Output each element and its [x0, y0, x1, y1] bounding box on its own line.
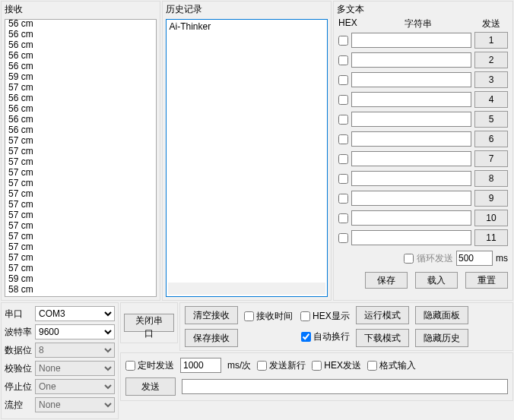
- run-mode-button[interactable]: 运行模式: [356, 306, 409, 324]
- clear-receive-button[interactable]: 清空接收: [185, 306, 238, 324]
- timed-send-checkbox[interactable]: [125, 361, 135, 371]
- hex-send-checkbox[interactable]: [312, 361, 322, 371]
- multitext-send-button[interactable]: 3: [474, 71, 508, 88]
- multitext-send-button[interactable]: 10: [474, 210, 508, 226]
- multitext-input[interactable]: [351, 92, 471, 107]
- send-newline-checkbox[interactable]: [257, 361, 267, 371]
- hex-send-label: HEX发送: [324, 359, 361, 372]
- multitext-hex-checkbox[interactable]: [338, 36, 348, 46]
- col-send: 发送: [474, 17, 508, 30]
- receive-line: 56 cm: [8, 103, 153, 114]
- hide-history-button[interactable]: 隐藏历史: [415, 329, 468, 347]
- baud-select[interactable]: 9600: [35, 324, 115, 339]
- multitext-hex-checkbox[interactable]: [338, 233, 348, 243]
- multitext-hex-checkbox[interactable]: [338, 134, 348, 144]
- receive-line: 57 cm: [8, 242, 153, 252]
- flow-label: 流控: [5, 399, 35, 412]
- multitext-send-button[interactable]: 4: [474, 91, 508, 108]
- receive-line: 57 cm: [8, 210, 153, 220]
- recv-time-checkbox[interactable]: [244, 311, 254, 321]
- multitext-input[interactable]: [351, 191, 471, 206]
- multitext-input[interactable]: [351, 72, 471, 87]
- multitext-send-button[interactable]: 8: [474, 170, 508, 187]
- loop-send-checkbox[interactable]: [404, 254, 414, 264]
- receive-line: 57 cm: [8, 135, 153, 146]
- recv-time-label: 接收时间: [256, 310, 293, 323]
- parity-select[interactable]: None: [35, 361, 115, 376]
- multitext-row: 10: [334, 208, 512, 228]
- multitext-input[interactable]: [351, 112, 471, 127]
- multitext-input[interactable]: [351, 210, 471, 226]
- receive-textarea[interactable]: 56 cm56 cm56 cm56 cm56 cm59 cm57 cm56 cm…: [5, 19, 157, 297]
- hide-panel-button[interactable]: 隐藏面板: [415, 306, 468, 324]
- multitext-send-button[interactable]: 2: [474, 52, 508, 68]
- save-receive-button[interactable]: 保存接收: [185, 329, 238, 347]
- multitext-row: 4: [334, 90, 512, 109]
- send-input[interactable]: [182, 379, 508, 394]
- multitext-input[interactable]: [351, 33, 471, 48]
- multitext-send-button[interactable]: 11: [474, 229, 508, 246]
- multitext-input[interactable]: [351, 52, 471, 68]
- parity-label: 校验位: [5, 362, 35, 375]
- receive-line: 57 cm: [8, 156, 153, 167]
- multi-load-button[interactable]: 载入: [415, 272, 458, 289]
- format-input-checkbox[interactable]: [367, 361, 377, 371]
- databits-select[interactable]: 8: [35, 343, 115, 358]
- port-select[interactable]: COM3: [35, 306, 115, 321]
- receive-line: 56 cm: [8, 93, 153, 103]
- receive-line: 56 cm: [8, 19, 153, 29]
- multitext-row: 1: [334, 30, 512, 50]
- stopbits-select[interactable]: One: [35, 379, 115, 394]
- timed-interval-input[interactable]: [180, 358, 221, 373]
- multitext-hex-checkbox[interactable]: [338, 154, 348, 164]
- multitext-send-button[interactable]: 7: [474, 150, 508, 167]
- multitext-input[interactable]: [351, 151, 471, 166]
- receive-line: 58 cm: [8, 284, 153, 295]
- receive-line: 57 cm: [8, 167, 153, 178]
- multitext-send-button[interactable]: 1: [474, 32, 508, 49]
- multitext-hex-checkbox[interactable]: [338, 95, 348, 105]
- send-panel: 定时发送 ms/次 发送新行 HEX发送 格式输入 发送: [120, 352, 513, 401]
- multitext-input[interactable]: [351, 131, 471, 147]
- history-textarea[interactable]: Ai-Thinker: [166, 19, 328, 297]
- history-line: Ai-Thinker: [170, 21, 324, 32]
- receive-line: 57 cm: [8, 82, 153, 93]
- auto-wrap-checkbox[interactable]: [301, 332, 311, 342]
- multitext-send-button[interactable]: 5: [474, 111, 508, 128]
- history-title: 历史记录: [163, 2, 331, 17]
- multitext-panel: 多文本 HEX 字符串 发送 1234567891011 循环发送 ms 保存 …: [333, 1, 513, 301]
- multitext-input[interactable]: [351, 230, 471, 245]
- col-string: 字符串: [361, 17, 474, 30]
- receive-line: 59 cm: [8, 71, 153, 82]
- multitext-input[interactable]: [351, 171, 471, 186]
- multitext-hex-checkbox[interactable]: [338, 75, 348, 85]
- receive-line: 57 cm: [8, 263, 153, 273]
- close-port-button[interactable]: 关闭串口: [124, 314, 174, 332]
- multi-save-button[interactable]: 保存: [365, 272, 408, 289]
- multitext-send-button[interactable]: 6: [474, 131, 508, 147]
- history-panel: 历史记录 Ai-Thinker: [162, 1, 332, 301]
- multitext-hex-checkbox[interactable]: [338, 55, 348, 65]
- databits-label: 数据位: [5, 344, 35, 357]
- receive-line: 59 cm: [8, 273, 153, 284]
- receive-line: 56 cm: [8, 61, 153, 71]
- loop-send-label: 循环发送: [417, 252, 453, 265]
- multitext-hex-checkbox[interactable]: [338, 213, 348, 223]
- format-input-label: 格式输入: [379, 359, 416, 372]
- send-button[interactable]: 发送: [125, 377, 176, 396]
- auto-wrap-label: 自动换行: [313, 330, 350, 343]
- receive-line: 56 cm: [8, 114, 153, 125]
- receive-line: 57 cm: [8, 252, 153, 263]
- multitext-row: 3: [334, 70, 512, 90]
- multitext-send-button[interactable]: 9: [474, 190, 508, 207]
- hex-display-checkbox[interactable]: [300, 311, 310, 321]
- receive-line: 56 cm: [8, 29, 153, 39]
- multitext-hex-checkbox[interactable]: [338, 174, 348, 184]
- download-mode-button[interactable]: 下载模式: [356, 329, 409, 347]
- receive-panel: 接收 56 cm56 cm56 cm56 cm56 cm59 cm57 cm56…: [1, 1, 160, 301]
- flow-select[interactable]: None: [35, 397, 115, 412]
- multi-reset-button[interactable]: 重置: [465, 272, 508, 289]
- multitext-hex-checkbox[interactable]: [338, 194, 348, 204]
- multitext-hex-checkbox[interactable]: [338, 115, 348, 125]
- loop-interval-input[interactable]: [456, 251, 493, 266]
